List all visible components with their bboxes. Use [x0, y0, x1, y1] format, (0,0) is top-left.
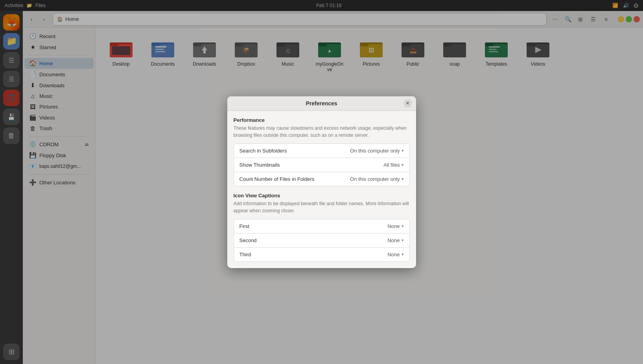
second-caption-label: Second	[240, 237, 257, 243]
third-caption-select[interactable]: None ▾	[387, 252, 403, 257]
icon-captions-title: Icon View Captions	[234, 193, 410, 199]
search-subfolders-label: Search in Subfolders	[240, 148, 287, 154]
second-caption-arrow: ▾	[402, 238, 404, 243]
second-caption-row: Second None ▾	[234, 233, 410, 248]
count-files-select[interactable]: On this computer only ▾	[350, 176, 403, 182]
third-caption-row: Third None ▾	[234, 248, 410, 262]
search-subfolders-value: On this computer only	[350, 148, 400, 154]
first-caption-label: First	[240, 223, 249, 229]
count-files-value: On this computer only	[350, 176, 400, 182]
search-subfolders-arrow: ▾	[402, 148, 404, 153]
dialog-titlebar: Preferences ✕	[227, 96, 416, 111]
first-caption-row: First None ▾	[234, 219, 410, 233]
dialog-body: Performance These features may cause slo…	[227, 111, 416, 268]
show-thumbnails-row: Show Thumbnails All files ▾	[234, 158, 410, 172]
search-subfolders-row: Search in Subfolders On this computer on…	[234, 143, 410, 158]
search-subfolders-select[interactable]: On this computer only ▾	[350, 148, 403, 154]
first-caption-select[interactable]: None ▾	[387, 223, 403, 229]
first-caption-value: None	[387, 223, 400, 229]
count-files-label: Count Number of Files in Folders	[240, 176, 315, 182]
first-caption-arrow: ▾	[402, 224, 404, 229]
icon-captions-section: Icon View Captions Add information to be…	[234, 193, 410, 262]
dialog-close-button[interactable]: ✕	[403, 99, 412, 108]
show-thumbnails-arrow: ▾	[402, 162, 404, 167]
third-caption-label: Third	[240, 252, 251, 257]
show-thumbnails-value: All files	[383, 162, 400, 168]
second-caption-select[interactable]: None ▾	[387, 237, 403, 243]
icon-captions-rows: First None ▾ Second None ▾	[234, 219, 410, 262]
icon-captions-desc: Add information to be displayed beneath …	[234, 200, 410, 214]
performance-section-title: Performance	[234, 117, 410, 123]
performance-section-desc: These features may cause slowdowns and e…	[234, 125, 410, 139]
count-files-arrow: ▾	[402, 176, 404, 182]
dialog-title: Preferences	[306, 100, 337, 107]
preferences-dialog: Preferences ✕ Performance These features…	[227, 96, 416, 268]
third-caption-value: None	[387, 252, 400, 257]
dialog-overlay: Preferences ✕ Performance These features…	[0, 0, 643, 364]
show-thumbnails-label: Show Thumbnails	[240, 162, 280, 168]
second-caption-value: None	[387, 237, 400, 243]
count-files-row: Count Number of Files in Folders On this…	[234, 172, 410, 186]
performance-rows: Search in Subfolders On this computer on…	[234, 143, 410, 186]
third-caption-arrow: ▾	[402, 252, 404, 257]
show-thumbnails-select[interactable]: All files ▾	[383, 162, 403, 168]
